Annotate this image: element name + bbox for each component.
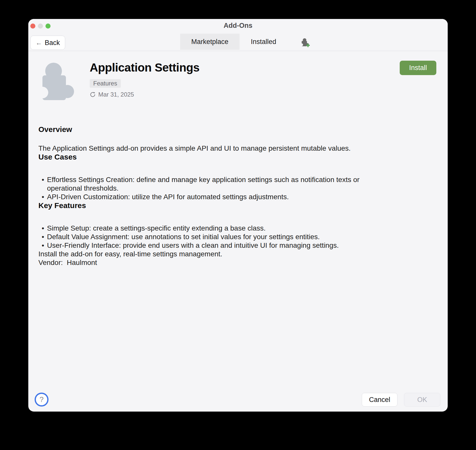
addons-dialog-window: Add-Ons ← Back Marketplace Installed App… [28, 19, 448, 412]
back-arrow-icon: ← [36, 39, 42, 46]
overview-text: The Application Settings add-on provides… [38, 144, 362, 153]
use-cases-list: Effortless Settings Creation: define and… [38, 175, 362, 201]
install-addon-from-disk-icon[interactable] [301, 38, 310, 47]
addon-description: Overview The Application Settings add-on… [38, 125, 362, 267]
back-button-label: Back [45, 39, 60, 47]
tab-marketplace-label: Marketplace [191, 38, 228, 46]
updated-date: Mar 31, 2025 [98, 91, 134, 98]
category-badge: Features [90, 79, 121, 88]
question-mark-icon: ? [39, 395, 43, 404]
install-button[interactable]: Install [400, 61, 436, 75]
help-button[interactable]: ? [35, 393, 49, 407]
list-item: Simple Setup: create a settings-specific… [47, 224, 362, 233]
list-item: API-Driven Customization: utilize the AP… [47, 193, 362, 201]
list-item: User-Friendly Interface: provide end use… [47, 241, 362, 250]
updated-date-row: Mar 31, 2025 [90, 91, 200, 98]
list-item: Default Value Assignment: use annotation… [47, 233, 362, 241]
vendor-line: Vendor: Haulmont [38, 258, 362, 267]
list-item: Effortless Settings Creation: define and… [47, 175, 362, 193]
addon-header: Application Settings Features Mar 31, 20… [90, 61, 200, 98]
key-features-list: Simple Setup: create a settings-specific… [38, 224, 362, 250]
tab-installed[interactable]: Installed [240, 34, 288, 50]
addon-puzzle-icon [38, 60, 76, 102]
tab-installed-label: Installed [251, 38, 276, 46]
back-button[interactable]: ← Back [30, 36, 65, 50]
window-title: Add-Ons [28, 22, 448, 30]
tab-marketplace[interactable]: Marketplace [180, 34, 240, 50]
titlebar: Add-Ons ← Back Marketplace Installed [28, 19, 448, 51]
key-features-heading: Key Features [38, 201, 362, 210]
refresh-icon [90, 92, 96, 98]
ok-button[interactable]: OK [404, 393, 440, 407]
use-cases-heading: Use Cases [38, 153, 362, 161]
cancel-button[interactable]: Cancel [362, 393, 397, 407]
addon-title: Application Settings [90, 61, 200, 74]
vendor-label: Vendor: [38, 259, 63, 266]
vendor-value: Haulmont [67, 259, 97, 266]
overview-heading: Overview [38, 125, 362, 134]
install-note: Install the add-on for easy, real-time s… [38, 250, 362, 258]
